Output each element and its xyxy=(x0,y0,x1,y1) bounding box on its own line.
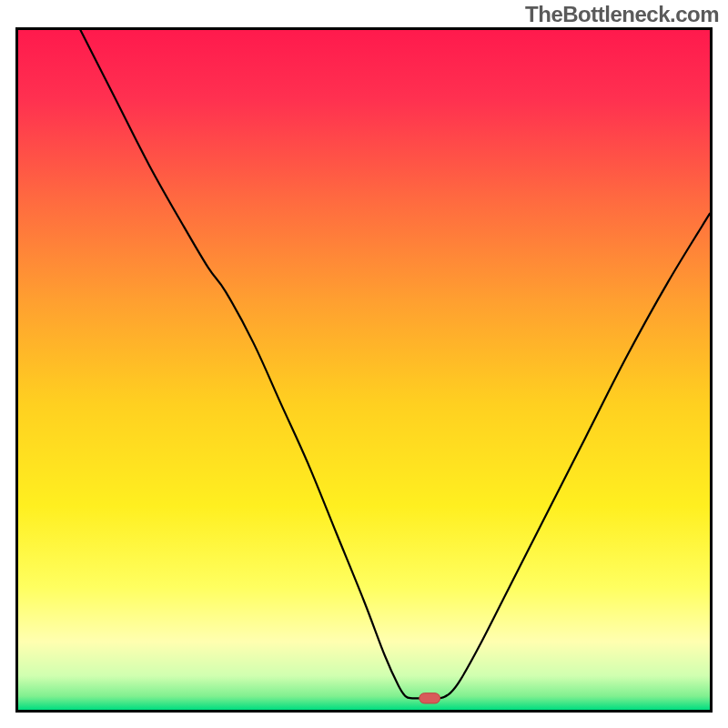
chart-svg xyxy=(18,30,710,710)
chart-background xyxy=(18,30,710,710)
watermark: TheBottleneck.com xyxy=(525,2,719,27)
chart-plot-area xyxy=(18,30,710,710)
optimal-marker xyxy=(420,693,440,703)
